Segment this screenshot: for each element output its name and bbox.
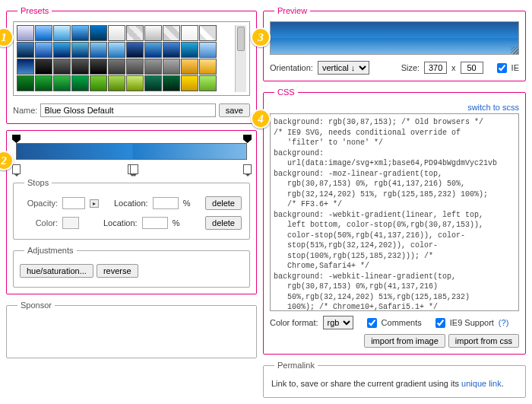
color-stop-handle[interactable] bbox=[12, 164, 21, 174]
gradient-editor: Stops Opacity: ▸ Location: % delete Colo… bbox=[6, 130, 257, 294]
preset-swatch[interactable] bbox=[17, 59, 34, 75]
orientation-select[interactable]: vertical ↓ bbox=[318, 61, 369, 75]
adjustments-panel: Adjustments hue/saturation... reverse bbox=[13, 246, 250, 288]
presets-panel: Presets Name: save bbox=[6, 6, 257, 124]
preset-swatch[interactable] bbox=[199, 25, 217, 41]
preset-swatch[interactable] bbox=[181, 75, 198, 91]
preset-swatch[interactable] bbox=[35, 42, 52, 58]
ie-checkbox[interactable] bbox=[497, 63, 507, 73]
comments-label: Comments bbox=[382, 318, 422, 327]
preview-panel: Preview Orientation: vertical ↓ Size: x … bbox=[263, 6, 526, 81]
preset-name-input[interactable] bbox=[40, 103, 215, 117]
preset-swatch[interactable] bbox=[17, 42, 34, 58]
preview-legend: Preview bbox=[274, 6, 310, 15]
color-stop-handle[interactable] bbox=[130, 164, 138, 174]
preset-swatch[interactable] bbox=[71, 59, 89, 75]
color-stop-handle[interactable] bbox=[243, 164, 252, 174]
css-panel: CSS switch to scss background: rgb(30,87… bbox=[263, 87, 526, 355]
size-label: Size: bbox=[401, 63, 420, 72]
css-output[interactable]: background: rgb(30,87,153); /* Old brows… bbox=[270, 113, 519, 311]
preset-swatch[interactable] bbox=[163, 59, 180, 75]
preset-swatch[interactable] bbox=[17, 75, 34, 91]
preset-swatch[interactable] bbox=[126, 75, 144, 91]
unique-link[interactable]: unique link bbox=[461, 379, 502, 388]
preset-swatch[interactable] bbox=[35, 25, 52, 41]
comments-checkbox[interactable] bbox=[367, 318, 377, 328]
delete-opacity-stop[interactable]: delete bbox=[205, 196, 242, 210]
preset-swatch[interactable] bbox=[53, 42, 71, 58]
preset-swatch[interactable] bbox=[181, 59, 198, 75]
color-swatch[interactable] bbox=[62, 217, 79, 229]
delete-color-stop[interactable]: delete bbox=[205, 216, 242, 230]
save-button[interactable]: save bbox=[219, 103, 250, 117]
orientation-label: Orientation: bbox=[270, 63, 313, 72]
preset-swatch[interactable] bbox=[90, 25, 107, 41]
opacity-stop-handle[interactable] bbox=[12, 135, 21, 143]
preset-swatch[interactable] bbox=[53, 75, 71, 91]
height-input[interactable] bbox=[461, 62, 483, 74]
preset-swatch[interactable] bbox=[144, 42, 162, 58]
preset-swatch[interactable] bbox=[35, 75, 52, 91]
preset-swatch[interactable] bbox=[199, 59, 217, 75]
sponsor-legend: Sponsor bbox=[17, 301, 55, 310]
opacity-stepper[interactable]: ▸ bbox=[90, 199, 99, 208]
badge-4: 4 bbox=[251, 109, 271, 129]
preset-swatch[interactable] bbox=[163, 25, 180, 41]
reverse-button[interactable]: reverse bbox=[97, 264, 138, 278]
preset-swatch[interactable] bbox=[108, 75, 125, 91]
sponsor-panel: Sponsor bbox=[6, 301, 257, 358]
presets-legend: Presets bbox=[17, 6, 52, 15]
preset-swatch[interactable] bbox=[163, 75, 180, 91]
switch-scss-link[interactable]: switch to scss bbox=[467, 103, 519, 112]
opacity-stop-handle[interactable] bbox=[243, 135, 252, 143]
preset-swatch[interactable] bbox=[144, 25, 162, 41]
preset-swatch[interactable] bbox=[53, 59, 71, 75]
preset-swatch[interactable] bbox=[71, 42, 89, 58]
preset-swatch[interactable] bbox=[126, 25, 144, 41]
presets-scrollbar[interactable] bbox=[235, 25, 246, 92]
preset-swatch[interactable] bbox=[126, 42, 144, 58]
preset-swatch[interactable] bbox=[181, 25, 198, 41]
import-image-button[interactable]: import from image bbox=[364, 334, 445, 348]
css-legend: CSS bbox=[274, 87, 298, 97]
preset-swatch[interactable] bbox=[90, 75, 107, 91]
preset-swatch[interactable] bbox=[17, 25, 34, 41]
preset-swatch[interactable] bbox=[181, 42, 198, 58]
color-location-input[interactable] bbox=[142, 217, 168, 229]
location-label-1: Location: bbox=[114, 199, 148, 208]
pct-1: % bbox=[183, 199, 191, 208]
adjustments-legend: Adjustments bbox=[24, 246, 77, 255]
preset-swatch[interactable] bbox=[144, 59, 162, 75]
import-css-button[interactable]: import from css bbox=[448, 334, 519, 348]
preset-swatch[interactable] bbox=[108, 59, 125, 75]
preset-swatch[interactable] bbox=[35, 59, 52, 75]
preset-swatch[interactable] bbox=[71, 75, 89, 91]
gradient-bar[interactable] bbox=[16, 143, 247, 160]
preset-swatch[interactable] bbox=[199, 42, 217, 58]
preview-box[interactable] bbox=[270, 21, 519, 55]
pct-2: % bbox=[173, 218, 180, 227]
preset-swatch[interactable] bbox=[144, 75, 162, 91]
preset-swatch[interactable] bbox=[108, 42, 125, 58]
name-label: Name: bbox=[13, 106, 37, 115]
preset-swatch[interactable] bbox=[108, 25, 125, 41]
preset-swatch[interactable] bbox=[90, 59, 107, 75]
color-format-label: Color format: bbox=[270, 318, 318, 327]
stops-panel: Stops Opacity: ▸ Location: % delete Colo… bbox=[13, 178, 250, 240]
color-format-select[interactable]: rgb bbox=[323, 316, 353, 329]
preset-swatch[interactable] bbox=[126, 59, 144, 75]
ie9-help-link[interactable]: (?) bbox=[499, 318, 508, 327]
preset-swatch[interactable] bbox=[163, 42, 180, 58]
preset-swatch[interactable] bbox=[199, 75, 217, 91]
opacity-location-input[interactable] bbox=[153, 197, 179, 209]
preset-swatch[interactable] bbox=[90, 42, 107, 58]
size-x: x bbox=[451, 63, 456, 72]
preset-swatch[interactable] bbox=[53, 25, 71, 41]
permalink-panel: Permalink Link to, save or share the cur… bbox=[263, 361, 526, 398]
ie9-checkbox[interactable] bbox=[435, 318, 445, 328]
opacity-input[interactable] bbox=[62, 197, 85, 209]
gradient-track[interactable] bbox=[16, 143, 247, 164]
hue-saturation-button[interactable]: hue/saturation... bbox=[20, 264, 93, 278]
preset-swatch[interactable] bbox=[71, 25, 89, 41]
width-input[interactable] bbox=[424, 62, 447, 74]
